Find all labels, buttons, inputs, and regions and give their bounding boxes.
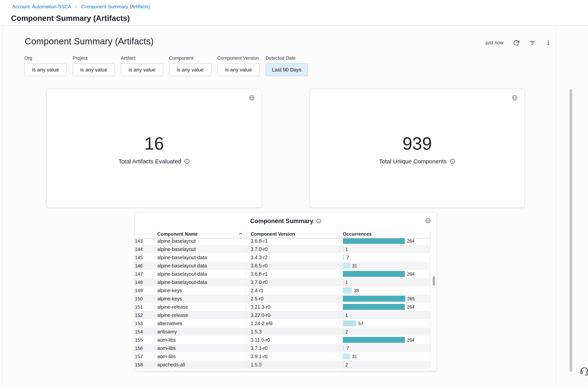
filter-value-project[interactable]: is any value	[73, 63, 115, 76]
table-viewport: 143alpine-baselayout3.6.8-r1264144alpine…	[135, 238, 431, 371]
table-scrollbar-thumb[interactable]	[433, 276, 435, 286]
filter-group-project: Project is any value	[73, 55, 115, 76]
dashboard-controls: just now	[486, 38, 551, 48]
occurrence-value: 31	[352, 354, 357, 359]
column-header-component-version[interactable]: Component Version	[246, 230, 339, 238]
panel-border-left	[2, 26, 3, 388]
occurrences-cell: 31	[339, 353, 431, 359]
component-name-cell: alpine-baselayout-data	[154, 279, 246, 285]
table-row: 154antisamy1.5.32	[135, 328, 431, 336]
component-version-cell: 3.22.0-r0	[246, 312, 339, 318]
table-row: 148alpine-baselayout-data3.7.0-r01	[135, 278, 431, 286]
info-icon[interactable]	[316, 218, 322, 224]
occurrences-cell: 7	[339, 254, 431, 260]
tile-label-row: Total Artifacts Evaluated	[47, 158, 262, 165]
filter-value-artifact[interactable]: is any value	[121, 63, 163, 76]
tile-value: 16	[47, 134, 262, 153]
filter-label-org: Org	[24, 55, 67, 61]
occurrences-cell: 38	[339, 288, 431, 293]
panel-border-right	[556, 26, 556, 388]
component-name-cell: antisamy	[154, 329, 246, 334]
table-row: 151alpine-release3.21.3-r0264	[135, 303, 431, 311]
component-version-cell: 3.6.5-r0	[246, 263, 339, 268]
occurrence-value: 2	[345, 370, 348, 371]
tile-label: Total Artifacts Evaluated	[118, 158, 181, 165]
tile-label: Total Unique Components	[379, 158, 447, 165]
column-header-row-number	[135, 230, 154, 238]
component-version-cell: 1.5.5	[246, 370, 339, 371]
filter-value-component[interactable]: is any value	[169, 63, 211, 76]
component-name-cell: alpine-release	[154, 312, 246, 318]
globe-icon[interactable]	[249, 95, 255, 101]
occurrences-cell: 7	[339, 345, 431, 351]
more-options-button[interactable]	[545, 40, 551, 46]
component-version-cell: 3.7.1-r0	[246, 345, 339, 351]
table-row: 159apacheds-bootstrap-extract1.5.52	[135, 369, 431, 371]
occurrence-value: 2	[345, 362, 348, 367]
component-version-cell: 3.11.0-r0	[246, 337, 339, 343]
filter-value-component-version[interactable]: is any value	[217, 63, 260, 76]
breadcrumb: Account: Automation-SSCA Component Summa…	[12, 4, 150, 9]
occurrences-cell: 2	[339, 370, 431, 371]
component-version-cell: 3.7.0-r0	[246, 279, 339, 285]
occurrence-value: 264	[407, 271, 414, 276]
occurrence-bar	[343, 312, 343, 318]
occurrences-cell: 1	[339, 312, 431, 318]
occurrence-bar	[343, 362, 343, 367]
filter-group-artifact: Artifact is any value	[121, 55, 163, 76]
info-icon[interactable]	[450, 158, 456, 164]
row-number-cell: 158	[135, 362, 154, 367]
component-summary-card: Component Summary Component Name Compone…	[135, 213, 436, 371]
filter-label-detected-date: Detected Date	[265, 55, 308, 61]
sort-ascending-icon	[239, 232, 243, 236]
filter-group-component-version: Component Version is any value	[217, 55, 260, 76]
component-name-cell: alternatives	[154, 321, 246, 326]
table-row: 143alpine-baselayout3.6.8-r1264	[135, 238, 431, 245]
filter-value-detected-date[interactable]: Last 90 Days	[265, 63, 308, 76]
row-number-cell: 149	[135, 288, 154, 293]
column-header-component-name[interactable]: Component Name	[154, 230, 246, 238]
occurrence-bar	[343, 246, 343, 252]
component-version-cell: 1.5.3	[246, 329, 339, 334]
column-header-occurrences[interactable]: Occurrences	[339, 230, 431, 238]
occurrences-cell: 2	[339, 362, 431, 367]
table-row: 149alpine-keys2.4-r138	[135, 286, 431, 294]
occurrence-bar	[343, 345, 344, 351]
component-name-cell: aom-libs	[154, 337, 246, 343]
breadcrumb-page-link[interactable]: Component Summary (Artifacts)	[81, 4, 150, 9]
last-refreshed-label: just now	[486, 40, 504, 46]
occurrence-bar	[343, 279, 343, 285]
table-row: 158apacheds-all1.5.52	[135, 361, 431, 369]
table-body: 143alpine-baselayout3.6.8-r1264144alpine…	[135, 238, 431, 371]
row-number-cell: 155	[135, 337, 154, 343]
component-name-cell: alpine-keys	[154, 288, 246, 293]
filter-label-component-version: Component Version	[217, 55, 260, 61]
occurrence-value: 57	[358, 321, 363, 326]
table-row: 146alpine-baselayout-data3.6.5-r031	[135, 262, 431, 270]
occurrence-bar	[343, 254, 344, 260]
filter-label-artifact: Artifact	[121, 55, 163, 61]
support-headset-icon[interactable]	[579, 366, 588, 376]
row-number-cell: 153	[135, 321, 154, 326]
breadcrumb-account-link[interactable]: Account: Automation-SSCA	[12, 4, 71, 9]
occurrence-value: 7	[346, 255, 349, 260]
component-version-cell: 3.21.3-r0	[246, 304, 339, 310]
occurrence-bar	[343, 320, 356, 326]
page-scrollbar-thumb[interactable]	[569, 89, 572, 372]
row-number-cell: 151	[135, 304, 154, 310]
occurrences-cell: 264	[339, 271, 431, 277]
occurrence-value: 38	[354, 288, 359, 293]
globe-icon[interactable]	[512, 95, 518, 101]
component-name-cell: alpine-baselayout-data	[154, 271, 246, 277]
top-header: Account: Automation-SSCA Component Summa…	[0, 0, 588, 25]
filter-button[interactable]	[529, 39, 536, 46]
component-version-cell: 2.4-r1	[246, 288, 339, 293]
filter-value-org[interactable]: is any value	[24, 63, 67, 76]
info-icon[interactable]	[184, 158, 190, 164]
column-header-label: Component Name	[157, 231, 197, 237]
table-row: 153alternatives1.24-2.el957	[135, 319, 431, 328]
occurrences-cell: 1	[339, 279, 431, 285]
refresh-button[interactable]	[513, 40, 519, 46]
chevron-right-icon	[74, 5, 78, 9]
component-version-cell: 3.9.1-r0	[246, 354, 339, 359]
